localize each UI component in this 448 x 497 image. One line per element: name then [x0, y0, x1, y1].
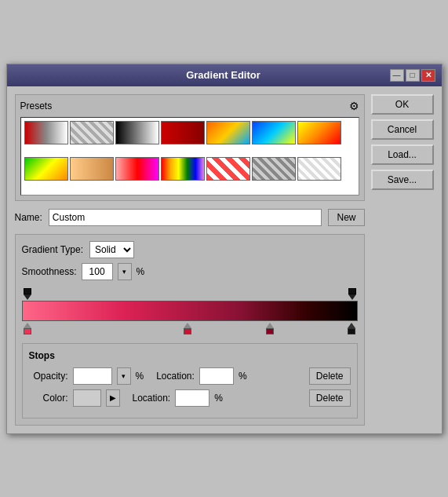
color-location-label: Location: — [133, 393, 171, 404]
title-bar: Gradient Editor — □ ✕ — [7, 64, 442, 86]
color-stop-4[interactable] — [347, 323, 356, 337]
opacity-location-unit: % — [239, 371, 247, 382]
gradient-bar[interactable] — [22, 301, 358, 321]
opacity-location-input[interactable] — [199, 367, 234, 385]
opacity-dropdown[interactable]: ▾ — [117, 367, 131, 385]
name-row: Name: New — [15, 209, 365, 226]
opacity-location-label: Location: — [156, 371, 195, 382]
presets-label: Presets — [20, 100, 53, 111]
presets-group: Presets ⚙ — [15, 94, 365, 201]
gradient-bar-wrapper — [22, 288, 358, 337]
presets-swatches — [20, 117, 359, 196]
preset-swatch[interactable] — [24, 121, 68, 144]
color-stop-2[interactable] — [183, 323, 192, 337]
color-location-input[interactable] — [175, 389, 209, 407]
window-title: Gradient Editor — [57, 69, 390, 81]
smoothness-input[interactable] — [82, 263, 113, 280]
gradient-type-select[interactable]: Solid Noise — [89, 241, 134, 258]
load-button[interactable]: Load... — [371, 144, 434, 165]
color-swatch[interactable] — [73, 389, 101, 407]
presets-gear-icon[interactable]: ⚙ — [349, 100, 359, 112]
color-stops-row — [22, 323, 358, 337]
smoothness-row: Smoothness: ▾ % — [22, 263, 358, 280]
color-stop-row: Color: ▶ Location: % Delete — [29, 389, 351, 407]
save-button[interactable]: Save... — [371, 170, 434, 190]
gradient-editor-window: Gradient Editor — □ ✕ Presets ⚙ — [6, 64, 443, 434]
title-controls: — □ ✕ — [390, 69, 435, 82]
new-button[interactable]: New — [328, 209, 364, 226]
color-location-unit: % — [214, 393, 223, 404]
preset-swatch[interactable] — [24, 157, 68, 181]
ok-button[interactable]: OK — [371, 94, 434, 115]
minimize-button[interactable]: — — [390, 69, 404, 82]
left-panel: Presets ⚙ — [15, 94, 365, 426]
smoothness-unit: % — [137, 266, 145, 277]
preset-swatch[interactable] — [161, 157, 205, 181]
gradient-type-label: Gradient Type: — [22, 244, 84, 255]
color-stop-3[interactable] — [265, 323, 275, 337]
color-label: Color: — [29, 393, 68, 404]
preset-swatch[interactable] — [70, 157, 114, 181]
preset-swatch[interactable] — [206, 121, 250, 144]
opacity-stops-row — [22, 288, 358, 301]
opacity-stop-left[interactable] — [23, 288, 32, 301]
color-arrow-button[interactable]: ▶ — [106, 389, 120, 407]
preset-swatch[interactable] — [252, 121, 296, 144]
color-stop-1[interactable] — [23, 323, 32, 337]
preset-swatch[interactable] — [70, 121, 114, 144]
smoothness-label: Smoothness: — [22, 266, 77, 277]
preset-swatch[interactable] — [297, 157, 341, 181]
window-body: Presets ⚙ — [7, 86, 442, 433]
preset-swatch[interactable] — [252, 157, 296, 181]
gradient-type-row: Gradient Type: Solid Noise — [22, 241, 358, 258]
stops-group: Stops Opacity: ▾ % Location: % Delete — [22, 343, 358, 418]
opacity-label: Opacity: — [29, 371, 68, 382]
preset-swatch[interactable] — [115, 121, 159, 144]
preset-swatch[interactable] — [115, 157, 159, 181]
opacity-value-input[interactable] — [73, 367, 112, 385]
color-delete-button[interactable]: Delete — [309, 389, 351, 407]
stops-title: Stops — [29, 350, 351, 361]
maximize-button[interactable]: □ — [406, 69, 420, 82]
name-input[interactable] — [49, 209, 322, 226]
cancel-button[interactable]: Cancel — [371, 119, 434, 140]
preset-swatch[interactable] — [161, 121, 205, 144]
smoothness-dropdown[interactable]: ▾ — [118, 263, 132, 280]
preset-swatch[interactable] — [297, 121, 341, 144]
presets-header: Presets ⚙ — [20, 100, 359, 112]
opacity-stop-right[interactable] — [348, 288, 357, 301]
name-label: Name: — [15, 212, 42, 223]
right-panel: OK Cancel Load... Save... — [371, 94, 434, 426]
opacity-delete-button[interactable]: Delete — [309, 367, 351, 385]
gradient-section: Gradient Type: Solid Noise Smoothness: ▾… — [15, 234, 365, 426]
close-button[interactable]: ✕ — [421, 69, 435, 82]
opacity-unit: % — [136, 371, 144, 382]
preset-swatch[interactable] — [206, 157, 250, 181]
opacity-stop-row: Opacity: ▾ % Location: % Delete — [29, 367, 351, 385]
